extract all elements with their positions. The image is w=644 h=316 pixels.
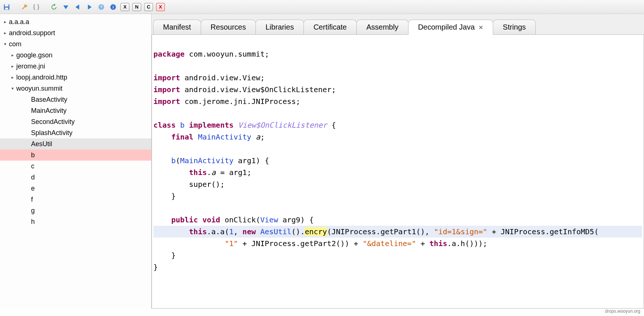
tree-item-label: a.a.a.a — [9, 18, 29, 26]
tree-item-label: jerome.jni — [16, 63, 45, 70]
expand-arrow-icon[interactable]: ▾ — [10, 86, 15, 91]
tab-certificate[interactable]: Certificate — [304, 20, 357, 34]
close-x-button[interactable]: X — [156, 3, 165, 11]
tree-item-label: MainActivity — [31, 107, 67, 115]
tab-label: Certificate — [313, 23, 347, 31]
expand-arrow-icon[interactable]: ▾ — [3, 41, 7, 47]
code-editor[interactable]: package com.wooyun.summit; import androi… — [152, 34, 644, 309]
info-icon[interactable]: i — [109, 3, 118, 11]
tab-label: Strings — [503, 23, 526, 31]
tree-item[interactable]: g — [0, 205, 151, 216]
svg-text:i: i — [112, 4, 113, 9]
toolbar: ? i X N C X — [0, 0, 644, 14]
tree-item-label: SplashActivity — [31, 129, 72, 137]
expand-arrow-icon[interactable]: ▸ — [3, 30, 7, 36]
expand-arrow-icon[interactable]: ▸ — [10, 64, 15, 69]
tree-item[interactable]: AesUtil — [0, 138, 151, 149]
refresh-icon[interactable] — [50, 3, 58, 11]
help-icon[interactable]: ? — [97, 3, 106, 11]
tab-resources[interactable]: Resources — [201, 20, 256, 34]
package-tree[interactable]: ▸a.a.a.a▸android.support▾com▸google.gson… — [0, 14, 152, 309]
tab-bar: ManifestResourcesLibrariesCertificateAss… — [152, 14, 644, 34]
close-icon[interactable]: ✕ — [478, 24, 483, 31]
tree-item-label: SecondActivity — [31, 118, 75, 126]
c-button[interactable]: C — [144, 3, 153, 11]
tree-item-label: com — [9, 40, 21, 48]
tree-item-label: loopj.android.http — [16, 74, 67, 81]
tab-strings[interactable]: Strings — [493, 20, 536, 34]
tree-item[interactable]: c — [0, 161, 151, 172]
tree-item[interactable]: ▾wooyun.summit — [0, 83, 151, 94]
tree-item[interactable]: ▸android.support — [0, 27, 151, 38]
braces-icon[interactable] — [32, 3, 41, 11]
tree-item[interactable]: e — [0, 183, 151, 194]
tab-assembly[interactable]: Assembly — [356, 20, 409, 34]
main-split: ▸a.a.a.a▸android.support▾com▸google.gson… — [0, 14, 644, 309]
tab-label: Manifest — [163, 23, 191, 31]
tree-item[interactable]: ▸loopj.android.http — [0, 72, 151, 83]
tree-item[interactable]: ▸google.gson — [0, 50, 151, 61]
tree-item-label: c — [31, 162, 34, 170]
tree-item-label: e — [31, 185, 35, 192]
svg-rect-1 — [5, 4, 9, 6]
x-button[interactable]: X — [121, 3, 129, 11]
content-pane: ManifestResourcesLibrariesCertificateAss… — [152, 14, 644, 309]
tab-decompiled-java[interactable]: Decompiled Java✕ — [408, 20, 493, 35]
tree-item-label: h — [31, 218, 35, 226]
tab-libraries[interactable]: Libraries — [255, 20, 304, 34]
tree-item[interactable]: SplashActivity — [0, 127, 151, 138]
tree-item-label: d — [31, 174, 35, 181]
tree-item-label: f — [31, 196, 33, 204]
expand-arrow-icon[interactable]: ▸ — [10, 53, 15, 58]
tree-item[interactable]: ▸jerome.jni — [0, 61, 151, 72]
n-button[interactable]: N — [132, 3, 141, 11]
tab-label: Decompiled Java — [418, 23, 475, 31]
tree-item[interactable]: ▾com — [0, 38, 151, 50]
svg-rect-2 — [5, 7, 8, 9]
watermark: drops.wooyun.org — [605, 309, 640, 314]
wrench-icon[interactable] — [20, 3, 29, 11]
tree-item[interactable]: d — [0, 172, 151, 183]
tab-label: Assembly — [366, 23, 399, 31]
tree-item-label: google.gson — [16, 51, 52, 59]
tree-item[interactable]: ▸a.a.a.a — [0, 16, 151, 27]
save-icon[interactable] — [2, 3, 11, 11]
tab-label: Resources — [211, 23, 246, 31]
tree-item-label: AesUtil — [31, 140, 52, 148]
tree-item[interactable]: b — [0, 149, 151, 161]
tree-item[interactable]: h — [0, 216, 151, 227]
tree-item-label: wooyun.summit — [16, 85, 62, 93]
nav-back-icon[interactable] — [73, 3, 82, 11]
tree-item[interactable]: MainActivity — [0, 105, 151, 116]
triangle-down-icon[interactable] — [61, 3, 70, 11]
tree-item-label: g — [31, 207, 35, 215]
tab-manifest[interactable]: Manifest — [153, 20, 201, 34]
nav-forward-icon[interactable] — [85, 3, 94, 11]
tree-item[interactable]: f — [0, 194, 151, 205]
tree-item[interactable]: SecondActivity — [0, 116, 151, 127]
svg-text:?: ? — [100, 4, 102, 9]
expand-arrow-icon[interactable]: ▸ — [3, 19, 7, 24]
tab-label: Libraries — [265, 23, 294, 31]
tree-item-label: b — [31, 151, 35, 159]
tree-item-label: android.support — [9, 29, 55, 37]
source-code: package com.wooyun.summit; import androi… — [152, 35, 644, 286]
tree-item-label: BaseActivity — [31, 96, 67, 104]
expand-arrow-icon[interactable]: ▸ — [10, 75, 15, 80]
tree-item[interactable]: BaseActivity — [0, 94, 151, 105]
